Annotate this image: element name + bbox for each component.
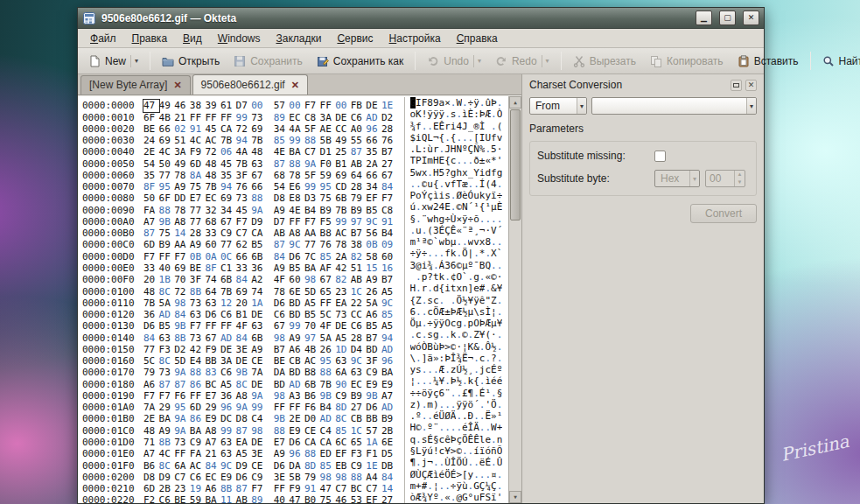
char-cell[interactable]: . xyxy=(497,260,503,271)
char-cell[interactable]: . xyxy=(456,388,462,399)
char-cell[interactable]: º xyxy=(462,144,468,155)
char-cell[interactable]: . xyxy=(456,236,462,248)
char-cell[interactable]: Æ xyxy=(439,306,445,318)
char-cell[interactable]: æ xyxy=(462,178,468,190)
char-cell[interactable]: c xyxy=(433,295,439,306)
char-cell[interactable]: É xyxy=(439,225,445,236)
char-cell[interactable]: v xyxy=(444,178,451,190)
char-cell[interactable]: . xyxy=(422,295,428,306)
char-cell[interactable]: _ xyxy=(468,167,474,178)
scroll-down-icon[interactable]: ▼ xyxy=(509,491,521,503)
char-cell[interactable]: . xyxy=(485,144,491,155)
char-cell[interactable]: 6 xyxy=(410,306,416,318)
char-cell[interactable]: y xyxy=(410,364,416,375)
char-cell[interactable]: Ø xyxy=(410,469,416,480)
char-cell[interactable]: u xyxy=(416,225,422,236)
char-cell[interactable]: 5 xyxy=(439,167,445,178)
substitute-missing-checkbox[interactable] xyxy=(654,150,666,162)
char-cell[interactable]: c xyxy=(439,434,445,445)
byte-cell[interactable]: B0 xyxy=(304,494,320,503)
char-cell[interactable]: Î xyxy=(451,457,457,468)
char-cell[interactable]: ÿ xyxy=(427,388,433,399)
close-button[interactable]: ✕ xyxy=(743,10,759,25)
char-cell[interactable]: . xyxy=(422,121,428,132)
char-cell[interactable]: µ xyxy=(416,318,422,329)
char-cell[interactable]: m xyxy=(427,155,433,166)
char-cell[interactable]: ë xyxy=(479,457,486,468)
char-cell[interactable]: H xyxy=(433,167,439,178)
char-cell[interactable]: E xyxy=(439,155,445,166)
char-cell[interactable]: ê xyxy=(444,434,451,445)
char-cell[interactable]: Z xyxy=(473,329,479,340)
char-cell[interactable]: . xyxy=(444,375,451,387)
char-cell[interactable]: F xyxy=(422,97,428,108)
char-cell[interactable]: . xyxy=(439,329,445,340)
char-cell[interactable]: Ê xyxy=(451,225,457,236)
char-cell[interactable]: z xyxy=(451,364,457,375)
char-cell[interactable]: Ú xyxy=(456,364,462,375)
char-cell[interactable]: r xyxy=(444,121,451,132)
char-cell[interactable]: . xyxy=(444,399,451,410)
char-cell[interactable]: f xyxy=(451,178,457,190)
spinner-arrows-icon[interactable]: ▲▼ xyxy=(734,171,745,186)
maximize-button[interactable]: ▢ xyxy=(719,10,736,25)
char-cell[interactable]: é xyxy=(497,375,503,387)
char-cell[interactable]: . xyxy=(497,480,503,492)
char-cell[interactable]: Ö xyxy=(456,457,462,468)
char-cell[interactable]: F xyxy=(479,492,486,503)
char-cell[interactable]: ¯ xyxy=(473,260,479,271)
char-cell[interactable]: k xyxy=(451,329,457,340)
char-cell[interactable]: © xyxy=(456,201,462,213)
char-cell[interactable]: P xyxy=(416,155,422,166)
char-cell[interactable]: . xyxy=(497,469,503,480)
char-cell[interactable]: © xyxy=(422,178,428,190)
char-cell[interactable]: K xyxy=(416,108,422,120)
byte-cell[interactable]: 27 xyxy=(381,494,397,503)
char-cell[interactable]: d xyxy=(433,283,439,294)
char-cell[interactable]: . xyxy=(473,353,479,364)
char-cell[interactable]: Ò xyxy=(422,341,428,353)
char-cell[interactable]: s xyxy=(451,108,457,120)
char-cell[interactable]: « xyxy=(485,271,491,283)
char-cell[interactable]: ¦ xyxy=(491,306,497,318)
char-cell[interactable]: « xyxy=(444,492,451,503)
char-cell[interactable]: w xyxy=(427,201,433,213)
char-cell[interactable]: ÷ xyxy=(468,214,474,225)
minimize-button[interactable]: ▁ xyxy=(696,10,712,25)
char-cell[interactable]: h xyxy=(433,214,439,225)
char-cell[interactable]: j xyxy=(479,364,486,375)
char-cell[interactable]: Ö xyxy=(462,434,468,445)
byte-cell[interactable]: BA xyxy=(205,494,220,503)
char-cell[interactable]: ¾ xyxy=(422,492,428,503)
char-cell[interactable]: ó xyxy=(416,341,422,353)
char-cell[interactable]: . xyxy=(497,214,503,225)
char-cell[interactable]: . xyxy=(439,457,445,468)
char-cell[interactable]: . xyxy=(491,457,497,468)
char-cell[interactable]: 5 xyxy=(410,167,416,178)
char-cell[interactable]: O xyxy=(473,318,479,329)
char-cell[interactable]: § xyxy=(410,214,416,225)
char-cell[interactable]: º xyxy=(497,364,503,375)
char-cell[interactable]: f xyxy=(491,132,497,144)
char-cell[interactable]: c xyxy=(451,155,457,166)
char-cell[interactable]: Ë xyxy=(462,353,468,364)
char-cell[interactable]: µ xyxy=(462,260,468,271)
char-cell[interactable]: G xyxy=(462,492,468,503)
char-cell[interactable]: m xyxy=(410,236,416,248)
char-cell[interactable]: Ó xyxy=(468,190,474,201)
char-cell[interactable]: J xyxy=(444,144,451,155)
char-cell[interactable]: . xyxy=(416,457,422,468)
char-cell[interactable]: Æ xyxy=(439,364,445,375)
char-cell[interactable]: . xyxy=(456,108,462,120)
char-cell[interactable]: B xyxy=(427,341,433,353)
char-cell[interactable]: ¹ xyxy=(497,410,503,422)
char-cell[interactable]: ! xyxy=(422,108,428,120)
char-cell[interactable]: . xyxy=(410,225,416,236)
char-cell[interactable]: ç xyxy=(456,434,462,445)
char-cell[interactable]: ¨ xyxy=(462,225,468,236)
char-cell[interactable]: . xyxy=(451,399,457,410)
char-cell[interactable]: & xyxy=(491,283,497,294)
char-cell[interactable]: . xyxy=(433,364,439,375)
char-cell[interactable]: E xyxy=(433,121,439,132)
char-cell[interactable]: ¶ xyxy=(468,388,474,399)
